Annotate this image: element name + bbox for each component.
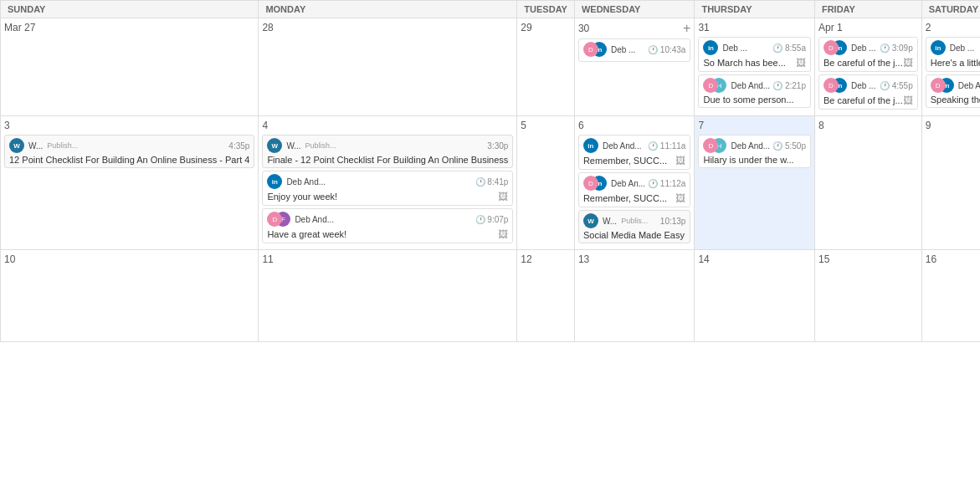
- event-account-name: Deb And...: [731, 141, 770, 151]
- image-icon: 🖼: [675, 155, 685, 166]
- event-preview-text: Enjoy your week!: [267, 192, 337, 202]
- day-number: 31: [698, 22, 709, 33]
- publish-label: Publish...: [47, 141, 78, 150]
- image-icon: 🖼: [675, 192, 685, 204]
- event-time: 🕐 10:43a: [648, 45, 685, 54]
- day-header-sunday: SUNDAY: [1, 1, 259, 18]
- event-account-name: Deb An...: [611, 179, 645, 188]
- image-icon: 🖼: [903, 57, 913, 69]
- day-number: 10: [4, 253, 15, 265]
- day-number: 5: [521, 120, 526, 131]
- event-time: 🕐 9:07p: [475, 215, 509, 224]
- event-account-name: Deb And...: [295, 215, 334, 224]
- day-header-monday: MONDAY: [259, 1, 517, 18]
- social-event-card[interactable]: DinDeb ...🕐 4:55pBe careful of the j...🖼: [818, 74, 918, 110]
- day-header-friday: FRIDAY: [815, 1, 922, 18]
- image-icon: 🖼: [498, 228, 508, 240]
- avatar-wordpress: W: [267, 138, 282, 153]
- avatar-multi: Din: [824, 40, 847, 55]
- day-cell: Mar 27: [1, 18, 259, 116]
- image-icon: 🖼: [498, 191, 508, 202]
- social-event-card[interactable]: inDeb ...🕐 8:55aSo March has bee...🖼: [698, 37, 811, 72]
- day-cell: 29: [517, 18, 575, 116]
- day-number: 8: [818, 120, 824, 131]
- social-event-card[interactable]: DinDeb An...🕐 11:28aSpeaking the truth. …: [926, 74, 980, 108]
- social-event-card[interactable]: DFDeb And...🕐 9:07pHave a great week!🖼: [262, 208, 513, 243]
- event-time: 🕐 3:09p: [880, 43, 913, 53]
- day-number: 12: [521, 253, 531, 265]
- day-number: 29: [521, 22, 531, 33]
- avatar-multi: Din: [583, 176, 607, 191]
- day-number: 2: [926, 22, 931, 33]
- day-number: 14: [698, 253, 709, 265]
- event-account-name: Deb ...: [851, 43, 875, 53]
- day-cell: Apr 1DinDeb ...🕐 3:09pBe careful of the …: [815, 18, 922, 116]
- day-cell: 2inDeb ...🕐 11:03aHere's a little chuc..…: [922, 18, 980, 116]
- social-event-card[interactable]: DinDeb An...🕐 11:12aRemember, SUCC...🖼: [578, 172, 691, 207]
- event-preview-text: So March has bee...: [703, 58, 785, 68]
- event-preview-text: Due to some person...: [703, 95, 793, 105]
- day-cell: 3WW...Publish...4:35p12 Point Checklist …: [1, 116, 259, 250]
- event-account-name: Deb And...: [286, 177, 326, 187]
- image-icon: 🖼: [796, 57, 806, 69]
- day-header-thursday: THURSDAY: [695, 1, 815, 18]
- social-event-card[interactable]: inDeb And...🕐 8:41pEnjoy your week!🖼: [262, 171, 513, 206]
- day-cell: 16: [922, 250, 980, 342]
- day-number: 6: [578, 120, 584, 131]
- image-icon: 🖼: [903, 95, 913, 106]
- avatar-linkedin: in: [931, 40, 946, 55]
- day-cell: 5: [517, 116, 575, 250]
- event-time: 🕐 11:12a: [648, 179, 685, 188]
- social-event-card[interactable]: DinDeb ...🕐 10:43a: [578, 38, 691, 62]
- event-time: 🕐 8:41p: [475, 177, 509, 187]
- avatar-wordpress: W: [583, 213, 598, 228]
- avatar-multi: Din: [931, 78, 954, 93]
- avatar-multi2: DH: [703, 138, 726, 153]
- social-event-card[interactable]: inDeb And...🕐 11:11aRemember, SUCC...🖼: [578, 135, 691, 170]
- day-cell: 10: [1, 250, 259, 342]
- event-preview-text: 12 Point Checklist For Building An Onlin…: [9, 155, 249, 165]
- social-event-card[interactable]: inDeb ...🕐 11:03aHere's a little chuc...…: [926, 37, 980, 72]
- social-event-card[interactable]: DinDeb ...🕐 3:09pBe careful of the j...🖼: [818, 37, 918, 72]
- day-number: 7: [698, 120, 704, 131]
- publish-event-card[interactable]: WW...Publish...3:30pFinale - 12 Point Ch…: [262, 135, 513, 168]
- day-cell: 28: [259, 18, 517, 116]
- avatar-multi: Din: [583, 42, 607, 57]
- event-preview-text: Hilary is under the w...: [703, 155, 793, 165]
- day-header-saturday: SATURDAY: [922, 1, 980, 18]
- event-preview-text: Remember, SUCC...: [583, 156, 667, 166]
- event-account-name: Deb And...: [603, 141, 642, 151]
- event-preview-text: Be careful of the j...: [824, 95, 903, 105]
- event-preview-text: Have a great week!: [267, 229, 346, 239]
- publish-event-card[interactable]: WW...Publish...4:35p12 Point Checklist F…: [4, 135, 254, 168]
- avatar-linkedin: in: [703, 40, 718, 55]
- day-number: 9: [926, 120, 931, 131]
- event-time: 🕐 11:11a: [648, 141, 685, 151]
- day-number: 30: [578, 23, 589, 34]
- event-account-name: Deb An...: [958, 81, 980, 90]
- day-cell: 9: [922, 116, 980, 250]
- event-account-name: Deb ...: [950, 43, 974, 53]
- day-number: 11: [262, 253, 273, 265]
- publish-event-card[interactable]: WW...Publis...10:13pSocial Media Made Ea…: [578, 210, 691, 243]
- social-event-card[interactable]: DHDeb And...🕐 5:50pHilary is under the w…: [698, 135, 811, 168]
- event-account-name: W...: [603, 217, 617, 226]
- avatar-wordpress: W: [9, 138, 24, 153]
- publish-label: Publis...: [621, 217, 648, 225]
- day-cell: 31inDeb ...🕐 8:55aSo March has bee...🖼DH…: [695, 18, 815, 116]
- avatar-linkedin: in: [583, 138, 598, 153]
- avatar-linkedin: in: [267, 174, 282, 189]
- day-number: 15: [818, 253, 829, 265]
- event-preview-text: Social Media Made Easy: [583, 230, 685, 240]
- event-account-name: W...: [28, 141, 43, 151]
- event-time: 🕐 8:55a: [772, 43, 806, 53]
- event-account-name: W...: [286, 141, 300, 151]
- calendar-grid: SUNDAYMONDAYTUESDAYWEDNESDAYTHURSDAYFRID…: [0, 0, 980, 342]
- day-cell: 7DHDeb And...🕐 5:50pHilary is under the …: [695, 116, 815, 250]
- add-event-button[interactable]: +: [683, 22, 690, 35]
- day-number: Mar 27: [4, 22, 35, 33]
- event-time: 4:35p: [228, 141, 249, 151]
- event-preview-text: Here's a little chuc...: [931, 58, 980, 68]
- social-event-card[interactable]: DHDeb And...🕐 2:21pDue to some person...: [698, 74, 811, 108]
- day-cell: 6inDeb And...🕐 11:11aRemember, SUCC...🖼D…: [575, 116, 695, 250]
